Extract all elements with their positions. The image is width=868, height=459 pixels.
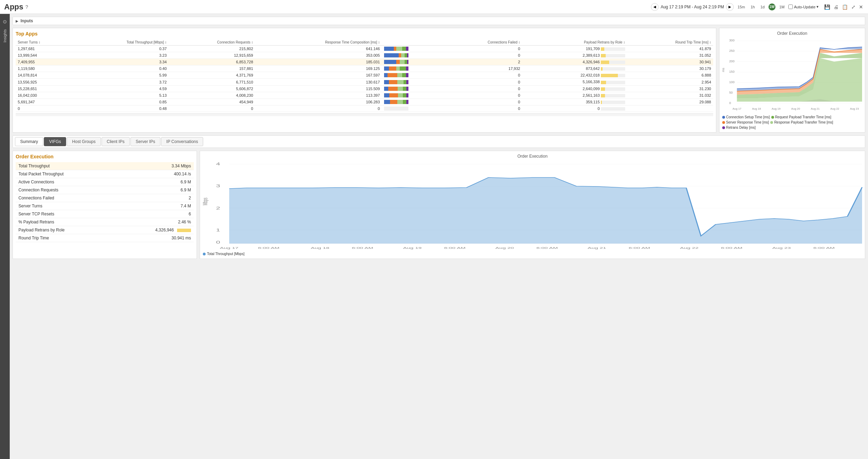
cell-rtt: 2.954 — [627, 79, 713, 85]
cell-conn-failed: 0 — [443, 72, 522, 79]
cell-resp-bar — [382, 79, 444, 85]
auto-update-checkbox-label[interactable]: Auto-Update ▾ — [788, 5, 819, 9]
col-throughput[interactable]: Total Throughput [Mbps] ↕ — [73, 39, 169, 46]
table-row[interactable]: 1,119,580 0.40 157,881 169.125 17,932 87… — [16, 65, 713, 72]
sidebar-nav-button[interactable]: ⊙ — [1, 17, 8, 26]
svg-text:Aug 19: Aug 19 — [403, 246, 422, 250]
sidebar-insights-label[interactable]: Insights — [3, 29, 7, 42]
stats-value: 6.9 M — [115, 186, 194, 194]
col-conn-failed[interactable]: Connections Failed ↕ — [443, 39, 522, 46]
cell-resp-time: 106.283 — [255, 98, 382, 105]
tab-client-ips[interactable]: Client IPs — [102, 137, 130, 146]
svg-text:Aug 19: Aug 19 — [772, 107, 781, 110]
cell-server-turns: 14,078,814 — [16, 72, 73, 79]
col-server-turns[interactable]: Server Turns ↕ — [16, 39, 73, 46]
col-resp-time[interactable]: Response Time Composition [ms] ↕ — [255, 39, 382, 46]
stats-row: Payload Retrans by Role 4,326,946 — [16, 226, 194, 234]
cell-resp-bar — [382, 105, 444, 112]
svg-text:Aug 20: Aug 20 — [791, 107, 800, 110]
time-prev-button[interactable]: ◀ — [651, 3, 659, 11]
stats-value: 400.14 /s — [115, 170, 194, 178]
svg-text:6:00 AM: 6:00 AM — [536, 246, 558, 250]
svg-text:150: 150 — [729, 70, 734, 73]
cell-resp-bar — [382, 52, 444, 59]
table-row[interactable]: 7,409,955 3.34 6,853,728 185.031 2 4,326… — [16, 59, 713, 65]
cell-conn-req: 215,802 — [169, 46, 255, 52]
svg-text:Aug 21: Aug 21 — [811, 107, 820, 110]
tab-server-ips[interactable]: Server IPs — [130, 137, 160, 146]
cell-conn-req: 454,949 — [169, 98, 255, 105]
table-row[interactable]: 15,228,651 4.59 5,606,872 115.509 0 2,64… — [16, 85, 713, 92]
cell-throughput: 5.13 — [73, 92, 169, 98]
inputs-bar[interactable]: ▶ Inputs — [13, 17, 865, 25]
cell-resp-bar — [382, 59, 444, 65]
stats-label: Total Throughput — [16, 162, 115, 170]
time-15m-button[interactable]: 15m — [736, 4, 747, 10]
cell-rtt: 41.879 — [627, 46, 713, 52]
stats-panel: Order Execution Total Throughput 3.34 Mb… — [13, 151, 197, 259]
cell-resp-bar — [382, 72, 444, 79]
cell-resp-time: 167.597 — [255, 72, 382, 79]
cell-resp-time: 115.509 — [255, 85, 382, 92]
expand-icon[interactable]: ⤢ — [851, 3, 856, 10]
svg-text:200: 200 — [729, 60, 734, 63]
table-row[interactable]: 14,078,814 5.99 4,371,769 167.597 0 22,4… — [16, 72, 713, 79]
stats-row: Server TCP Resets 6 — [16, 210, 194, 218]
table-row[interactable]: 16,042,030 5.13 4,008,230 113.397 0 2,56… — [16, 92, 713, 98]
app-title: Apps — [4, 2, 23, 11]
cell-rtt — [627, 105, 713, 112]
cell-server-turns: 13,999,544 — [16, 52, 73, 59]
time-1w-button[interactable]: 1W — [769, 3, 775, 10]
tab-summary[interactable]: Summary — [15, 137, 43, 146]
cell-resp-time: 169.125 — [255, 65, 382, 72]
table-row[interactable]: 13,556,925 3.72 6,771,510 130.617 0 5,16… — [16, 79, 713, 85]
cell-conn-req: 6,853,728 — [169, 59, 255, 65]
header-action-icons: 💾 🖨 📋 ⤢ ✕ — [823, 3, 864, 10]
cell-payload-retrans: 5,166,338 — [522, 79, 627, 85]
time-1d-button[interactable]: 1d — [759, 4, 766, 10]
close-icon[interactable]: ✕ — [858, 3, 864, 10]
top-chart-title: Order Execution — [722, 31, 862, 36]
top-chart-svg: 300 250 200 150 100 50 0 ms — [722, 37, 862, 114]
time-next-button[interactable]: ▶ — [726, 3, 734, 11]
cell-payload-retrans: 2,640,099 — [522, 85, 627, 92]
stats-row: Total Packet Throughput 400.14 /s — [16, 170, 194, 178]
table-row[interactable]: 5,691,347 0.85 454,949 106.283 0 359,115… — [16, 98, 713, 105]
svg-text:300: 300 — [729, 39, 734, 42]
table-row[interactable]: 13,999,544 3.23 12,915,659 353.005 0 2,3… — [16, 52, 713, 59]
col-rtt[interactable]: Round Trip Time [ms] ↕ — [627, 39, 713, 46]
svg-text:6:00 AM: 6:00 AM — [352, 246, 373, 250]
tab-ip-conversations[interactable]: IP Conversations — [161, 137, 203, 146]
legend-request-payload: Request Payload Transfer Time [ms] — [771, 115, 831, 119]
cell-resp-time: 641.146 — [255, 46, 382, 52]
save-icon[interactable]: 💾 — [823, 3, 831, 10]
col-conn-req[interactable]: Connection Requests ↕ — [169, 39, 255, 46]
stats-value: 6.9 M — [115, 178, 194, 186]
time-1m-button[interactable]: 1M — [778, 4, 786, 10]
svg-text:Aug 22: Aug 22 — [830, 107, 839, 110]
table-row[interactable]: 0 0.48 0 0 0 0 — [16, 105, 713, 112]
auto-update-checkbox[interactable] — [788, 5, 793, 9]
bottom-section: Order Execution Total Throughput 3.34 Mb… — [13, 151, 865, 259]
table-scrollbar[interactable] — [16, 113, 713, 116]
stats-row: Connections Failed 2 — [16, 194, 194, 202]
stats-label: Connections Failed — [16, 194, 115, 202]
top-section: Top Apps Server Turns ↕ Total Throughput… — [13, 28, 865, 133]
tab-vifgs[interactable]: VIFGs — [44, 137, 66, 146]
print-icon[interactable]: 🖨 — [833, 3, 839, 10]
help-icon[interactable]: ? — [25, 4, 28, 10]
cell-resp-time: 130.617 — [255, 79, 382, 85]
time-1h-button[interactable]: 1h — [749, 4, 756, 10]
cell-rtt: 31.032 — [627, 92, 713, 98]
tabs-bar: Summary VIFGs Host Groups Client IPs Ser… — [13, 135, 865, 148]
cell-conn-failed: 0 — [443, 46, 522, 52]
cell-server-turns: 13,556,925 — [16, 79, 73, 85]
cell-conn-failed: 2 — [443, 59, 522, 65]
col-payload-retrans[interactable]: Payload Retrans by Role ↕ — [522, 39, 627, 46]
svg-text:6:00 AM: 6:00 AM — [444, 246, 465, 250]
cell-resp-bar — [382, 92, 444, 98]
export-icon[interactable]: 📋 — [841, 3, 849, 10]
legend-label-request-payload: Request Payload Transfer Time [ms] — [775, 115, 831, 119]
tab-host-groups[interactable]: Host Groups — [67, 137, 101, 146]
table-row[interactable]: 1,297,681 0.37 215,802 641.146 0 191,709… — [16, 46, 713, 52]
